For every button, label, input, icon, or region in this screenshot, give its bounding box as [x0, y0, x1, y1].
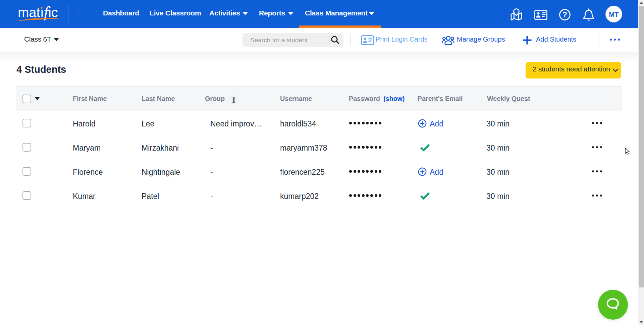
- svg-text:?: ?: [562, 10, 567, 19]
